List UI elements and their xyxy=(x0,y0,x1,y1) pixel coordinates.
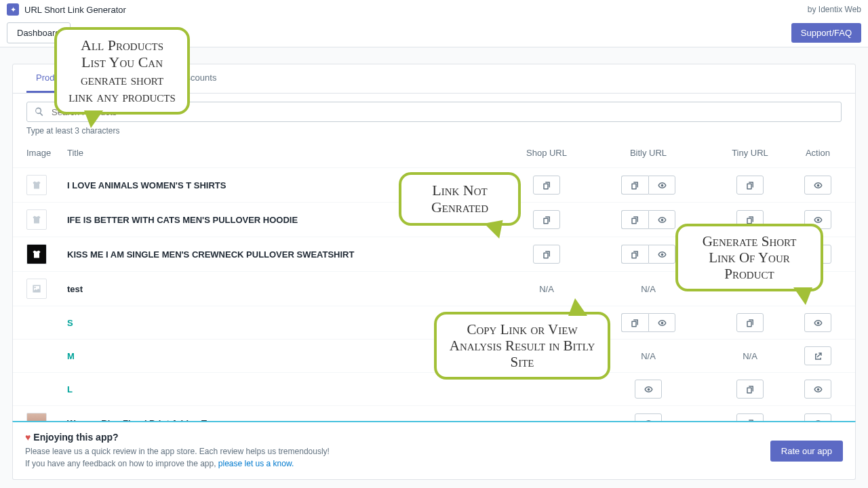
rate-button[interactable]: Rate our app xyxy=(770,441,843,462)
na-label: N/A xyxy=(641,351,656,361)
app-title: URL Short Link Generator xyxy=(24,5,126,15)
na-label: N/A xyxy=(641,284,656,294)
view-bitly-button[interactable] xyxy=(648,176,675,195)
col-image: Image xyxy=(13,138,60,168)
topbar: ✦ URL Short Link Generator by Identix We… xyxy=(0,0,868,19)
col-action: Action xyxy=(794,138,855,168)
callout-products-list: All Products List You Can genrate short … xyxy=(54,27,190,115)
col-title: Title xyxy=(60,138,502,168)
copy-bitly-button[interactable] xyxy=(621,176,648,195)
search-hint: Type at least 3 characters xyxy=(26,126,842,136)
feedback-link[interactable]: please let us a know. xyxy=(218,459,294,468)
view-bitly-button[interactable] xyxy=(648,245,675,264)
view-action-button[interactable] xyxy=(804,380,831,399)
na-label: N/A xyxy=(743,351,757,361)
na-label: N/A xyxy=(539,284,554,294)
app-icon: ✦ xyxy=(7,3,19,16)
copy-bitly-button[interactable] xyxy=(621,313,648,332)
footer-line1: Please leave us a quick review in the ap… xyxy=(25,445,330,458)
footer-heading: ♥Enjoying this app? xyxy=(25,432,330,443)
product-thumb xyxy=(26,244,47,264)
copy-shop-button[interactable] xyxy=(533,245,560,264)
table-row: L xyxy=(13,373,855,406)
footer-bar: ♥Enjoying this app? Please leave us a qu… xyxy=(12,421,856,480)
view-bitly-button[interactable] xyxy=(648,313,675,332)
product-title: test xyxy=(67,284,83,294)
view-bitly-button[interactable] xyxy=(635,380,662,399)
copy-bitly-button[interactable] xyxy=(621,245,648,264)
product-title: M xyxy=(67,351,75,361)
support-button[interactable]: Support/FAQ xyxy=(791,23,861,43)
product-thumb xyxy=(26,175,47,195)
product-title: KISS ME I AM SINGLE MEN'S CREWNECK PULLO… xyxy=(67,249,354,260)
product-title: IFE IS BETTER WITH CATS MEN'S PULLOVER H… xyxy=(67,215,298,225)
copy-tiny-button[interactable] xyxy=(736,313,764,332)
callout-copy-view: Copy Link or View Analysis Result in Bit… xyxy=(434,312,610,380)
view-action-button[interactable] xyxy=(804,313,831,332)
view-bitly-button[interactable] xyxy=(648,210,675,229)
col-bitly: Bitly URL xyxy=(591,138,706,168)
product-thumb xyxy=(26,209,47,230)
copy-tiny-button[interactable] xyxy=(736,176,764,195)
product-title: S xyxy=(67,318,73,328)
callout-generate-link: Generate Short Link Of Your Product xyxy=(675,224,823,291)
copy-bitly-button[interactable] xyxy=(621,210,648,229)
footer-line2: If you have any feedback on how to impro… xyxy=(25,458,330,470)
callout-link-not-generated: Link Not Genrated xyxy=(399,172,521,226)
product-title: I LOVE ANIMALS WOMEN'S T SHIRTS xyxy=(67,180,226,190)
by-line: by Identix Web xyxy=(808,5,861,14)
open-action-button[interactable] xyxy=(804,346,831,365)
search-icon xyxy=(34,106,45,117)
col-tiny: Tiny URL xyxy=(706,138,794,168)
copy-shop-button[interactable] xyxy=(533,210,560,229)
view-action-button[interactable] xyxy=(804,176,831,195)
copy-shop-button[interactable] xyxy=(533,176,560,195)
col-shop: Shop URL xyxy=(502,138,591,168)
copy-tiny-button[interactable] xyxy=(736,380,764,399)
product-title: L xyxy=(67,384,73,394)
product-thumb xyxy=(26,279,47,299)
